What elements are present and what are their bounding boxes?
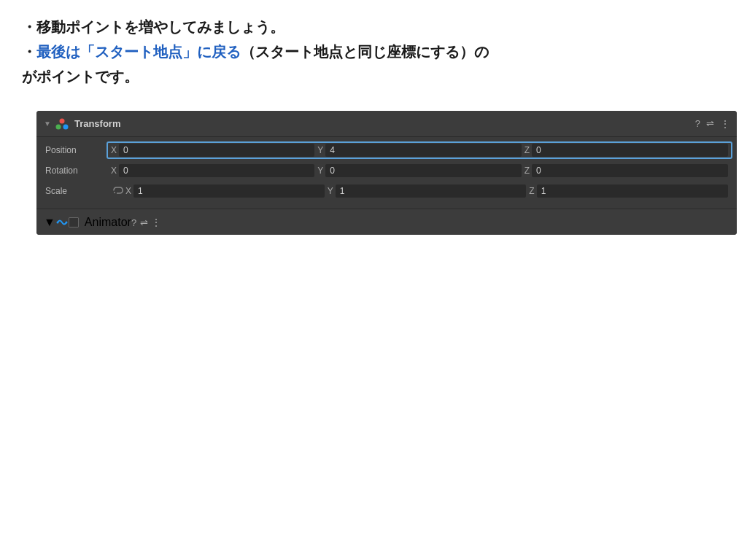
- animator-color-box: [69, 217, 79, 228]
- rotation-z-input[interactable]: [532, 164, 728, 177]
- animator-menu-icon[interactable]: ⋮: [151, 217, 160, 228]
- rotation-z-axis: Z: [525, 166, 530, 176]
- text-line3: がポイントです。: [22, 64, 725, 89]
- scale-z-axis: Z: [529, 186, 534, 196]
- transform-icon: [55, 117, 69, 131]
- svg-point-3: [56, 221, 58, 223]
- animator-help-icon[interactable]: ?: [131, 217, 136, 228]
- transform-header: ▼ Transform ? ⇌ ⋮: [36, 111, 737, 137]
- link-icon: [112, 186, 124, 195]
- rotation-x-input[interactable]: [119, 164, 314, 177]
- rotation-y-axis: Y: [317, 166, 323, 176]
- text-line1: ・移動ポイントを増やしてみましょう。: [22, 15, 725, 39]
- position-highlight-border: X Y Z: [107, 141, 732, 159]
- transform-sliders-icon[interactable]: ⇌: [706, 118, 714, 129]
- animator-title: Animator: [85, 216, 131, 229]
- animator-header-icons: ? ⇌ ⋮: [131, 216, 160, 229]
- rotation-label: Rotation: [45, 166, 111, 176]
- inspector-panel: ▼ Transform ? ⇌ ⋮ Position X: [36, 111, 737, 235]
- scale-x-axis: X: [125, 186, 131, 196]
- position-x-field: X: [111, 144, 314, 157]
- position-row: Position X Y Z: [45, 141, 728, 159]
- scale-fields: X Y Z: [125, 184, 728, 198]
- scale-label: Scale: [45, 186, 111, 196]
- scale-y-axis: Y: [328, 186, 333, 196]
- animator-sliders-icon[interactable]: ⇌: [140, 217, 148, 228]
- position-x-input[interactable]: [119, 144, 314, 157]
- animator-header: ▼ Animator ? ⇌ ⋮: [36, 209, 737, 235]
- animator-icon: [55, 216, 69, 229]
- instruction-text: ・移動ポイントを増やしてみましょう。 ・最後は「スタート地点」に戻る（スタート地…: [22, 15, 725, 89]
- rotation-y-input[interactable]: [325, 164, 521, 177]
- rotation-x-axis: X: [111, 166, 117, 176]
- text-line2-suffix: （スタート地点と同じ座標にする）の: [241, 44, 489, 60]
- text-line2-highlight: 最後は「スタート地点」に戻る: [36, 44, 241, 60]
- scale-x-input[interactable]: [133, 184, 325, 198]
- transform-title: Transform: [74, 118, 695, 129]
- svg-point-4: [65, 221, 67, 223]
- scale-y-input[interactable]: [336, 184, 527, 198]
- position-z-input[interactable]: [532, 144, 728, 157]
- position-z-axis: Z: [525, 145, 530, 155]
- rotation-y-field: Y: [317, 164, 521, 177]
- position-z-field: Z: [525, 144, 728, 157]
- transform-help-icon[interactable]: ?: [695, 118, 700, 129]
- transform-collapse-arrow[interactable]: ▼: [44, 120, 51, 128]
- scale-z-field: Z: [529, 184, 728, 198]
- scale-row: Scale X Y: [45, 182, 728, 200]
- animator-collapse-arrow[interactable]: ▼: [44, 216, 55, 229]
- text-line2-prefix: ・: [22, 44, 36, 60]
- position-y-axis: Y: [317, 145, 323, 155]
- scale-lock-icon[interactable]: [111, 186, 125, 196]
- rotation-x-field: X: [111, 164, 314, 177]
- svg-point-2: [63, 124, 68, 129]
- position-x-axis: X: [111, 145, 117, 155]
- rotation-fields: X Y Z: [111, 164, 728, 177]
- position-y-field: Y: [317, 144, 521, 157]
- transform-header-icons: ? ⇌ ⋮: [695, 118, 729, 130]
- text-line2: ・最後は「スタート地点」に戻る（スタート地点と同じ座標にする）の: [22, 39, 725, 64]
- transform-menu-icon[interactable]: ⋮: [720, 118, 729, 130]
- position-y-input[interactable]: [325, 144, 521, 157]
- scale-y-field: Y: [328, 184, 527, 198]
- svg-point-1: [55, 124, 61, 129]
- scale-x-field: X: [125, 184, 325, 198]
- rotation-row: Rotation X Y Z: [45, 162, 728, 179]
- position-label: Position: [45, 145, 111, 155]
- rotation-z-field: Z: [525, 164, 728, 177]
- svg-point-0: [59, 118, 64, 123]
- scale-z-input[interactable]: [537, 184, 728, 198]
- transform-body: Position X Y Z: [36, 137, 737, 209]
